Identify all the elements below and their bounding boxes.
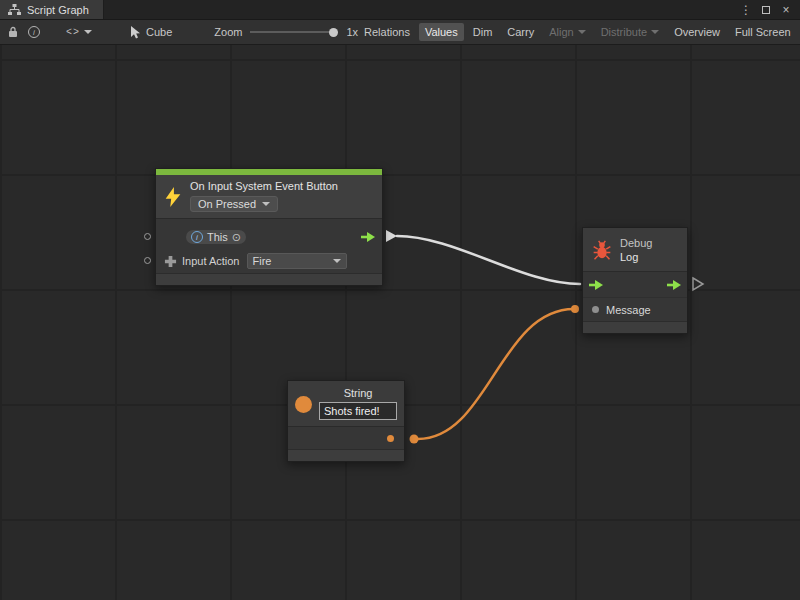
target-input-port[interactable]: [144, 233, 151, 240]
this-label: This: [207, 231, 228, 243]
node-debug-log[interactable]: Debug Log Message: [582, 227, 688, 334]
node-on-input-system-event-button[interactable]: On Input System Event Button On Pressed …: [155, 168, 383, 286]
input-action-value: Fire: [253, 255, 272, 267]
code-icon: <>: [66, 27, 80, 38]
string-node-header[interactable]: String Shots fired!: [288, 381, 404, 427]
flow-arrow-icon: [588, 279, 604, 291]
string-value-field[interactable]: Shots fired!: [319, 402, 397, 420]
string-node-title: String: [319, 387, 397, 399]
event-node-header[interactable]: On Input System Event Button On Pressed: [156, 175, 382, 219]
this-object-field[interactable]: i This ⊙: [186, 230, 246, 244]
toolbar-button-align-label: Align: [549, 26, 573, 38]
input-action-icon: [164, 255, 177, 268]
script-graph-icon: [8, 4, 21, 15]
tab-script-graph[interactable]: Script Graph: [0, 0, 104, 19]
event-mode-value: On Pressed: [198, 198, 256, 210]
input-action-port-row: Input Action Fire: [156, 249, 382, 273]
window-controls: ⋮ ×: [738, 0, 800, 19]
pointer-icon: [130, 26, 141, 39]
graph-canvas[interactable]: On Input System Event Button On Pressed …: [0, 45, 800, 600]
graph-target[interactable]: Cube: [130, 26, 172, 39]
debug-node-category: Debug: [620, 236, 652, 250]
zoom-slider[interactable]: [250, 27, 338, 37]
flow-wire[interactable]: [397, 236, 580, 284]
toolbar-button-overview[interactable]: Overview: [668, 23, 726, 41]
string-node-body: [288, 427, 404, 449]
toolbar-left-group: i <>: [4, 24, 96, 40]
caret-down-icon: [578, 30, 586, 34]
flow-input-port[interactable]: [588, 279, 604, 291]
string-output-connector[interactable]: [410, 435, 419, 444]
maximize-button[interactable]: [758, 2, 774, 18]
debug-node-title: Log: [620, 250, 652, 264]
debug-node-footer: [583, 321, 687, 333]
window-menu-icon[interactable]: ⋮: [738, 2, 754, 18]
flow-arrow-icon: [666, 279, 682, 291]
graph-target-label: Cube: [146, 26, 172, 38]
target-port-row: i This ⊙: [156, 225, 382, 249]
maximize-icon: [762, 6, 770, 14]
lock-button[interactable]: [4, 24, 22, 40]
tab-title: Script Graph: [27, 4, 89, 16]
close-button[interactable]: ×: [778, 2, 794, 18]
debug-flow-row: [583, 272, 687, 298]
message-port-row[interactable]: Message: [583, 298, 687, 321]
string-type-icon: [295, 396, 312, 413]
toolbar-button-dim[interactable]: Dim: [467, 23, 499, 41]
flow-continue-port[interactable]: [693, 278, 703, 290]
message-label: Message: [606, 304, 651, 316]
message-wire[interactable]: [418, 309, 574, 439]
zoom-control: Zoom 1x: [214, 26, 358, 38]
flow-output-connector[interactable]: [386, 230, 397, 242]
caret-down-icon: [262, 202, 270, 206]
lock-icon: [8, 26, 18, 38]
string-node-footer: [288, 449, 404, 461]
lightning-bolt-icon: [162, 186, 184, 208]
toolbar-button-fullscreen[interactable]: Full Screen: [729, 23, 797, 41]
graph-toolbar: i <> Cube Zoom 1x Relations Values Dim C…: [0, 20, 800, 45]
toolbar-button-distribute-label: Distribute: [601, 26, 647, 38]
flow-arrow-icon: [360, 231, 376, 243]
info-button[interactable]: i: [24, 24, 44, 40]
zoom-slider-handle[interactable]: [329, 28, 338, 37]
action-input-port[interactable]: [144, 257, 151, 264]
event-icon-cell: [156, 175, 190, 218]
message-input-connector[interactable]: [571, 305, 579, 313]
toolbar-button-distribute[interactable]: Distribute: [595, 23, 665, 41]
bug-icon: [592, 239, 612, 261]
titlebar: Script Graph ⋮ ×: [0, 0, 800, 20]
flow-output-port[interactable]: [360, 231, 376, 243]
info-icon: i: [28, 26, 40, 38]
zoom-label: Zoom: [214, 26, 242, 38]
zoom-value: 1x: [346, 26, 358, 38]
object-icon: i: [191, 231, 203, 243]
event-node-body: i This ⊙ Input Action Fire: [156, 219, 382, 273]
toolbar-button-values[interactable]: Values: [419, 23, 464, 41]
event-node-title: On Input System Event Button: [190, 180, 378, 193]
toolbar-button-align[interactable]: Align: [543, 23, 591, 41]
zoom-slider-track: [250, 31, 338, 33]
event-mode-dropdown[interactable]: On Pressed: [190, 196, 278, 212]
string-header-main: String Shots fired!: [319, 387, 397, 420]
event-header-main: On Input System Event Button On Pressed: [190, 175, 382, 218]
event-node-footer: [156, 273, 382, 285]
object-picker-icon[interactable]: ⊙: [232, 232, 241, 243]
node-string-literal[interactable]: String Shots fired!: [287, 380, 405, 462]
string-output-port[interactable]: [387, 435, 394, 442]
input-action-dropdown[interactable]: Fire: [247, 253, 347, 269]
debug-header-text: Debug Log: [620, 236, 652, 264]
toolbar-button-relations[interactable]: Relations: [358, 23, 416, 41]
toolbar-right-group: Relations Values Dim Carry Align Distrib…: [358, 23, 799, 41]
toolbar-button-carry[interactable]: Carry: [501, 23, 540, 41]
flow-output-port[interactable]: [666, 279, 682, 291]
embed-code-button[interactable]: <>: [62, 25, 96, 40]
caret-down-icon: [333, 259, 341, 263]
input-action-label: Input Action: [182, 255, 240, 267]
caret-down-icon: [84, 30, 92, 34]
caret-down-icon: [651, 30, 659, 34]
debug-node-header[interactable]: Debug Log: [583, 228, 687, 272]
message-input-port[interactable]: [592, 306, 599, 313]
